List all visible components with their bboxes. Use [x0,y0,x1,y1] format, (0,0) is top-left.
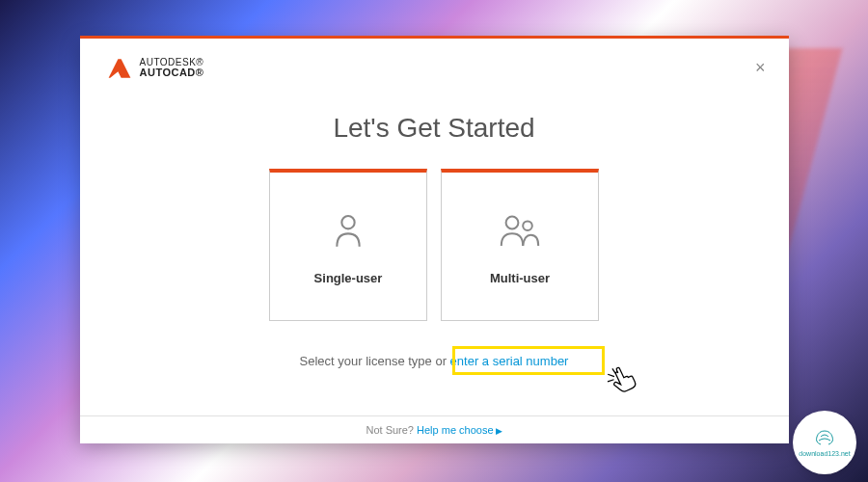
site-watermark: download123.net [793,411,856,474]
license-cards: Single-user Multi-user [269,169,599,321]
close-button[interactable]: × [751,54,770,82]
page-title: Let's Get Started [333,113,534,144]
svg-line-5 [611,368,614,374]
svg-point-2 [523,221,532,230]
license-prompt: Select your license type or enter a seri… [300,354,569,368]
chevron-right-icon: ▶ [496,426,502,436]
svg-point-1 [506,217,519,229]
svg-line-4 [608,379,614,383]
close-icon: × [755,58,766,77]
brand-text: AUTODESK® AUTOCAD® [140,58,204,78]
brand-container: AUTODESK® AUTOCAD® [107,56,204,81]
multi-user-icon [497,207,543,254]
single-user-label: Single-user [314,271,383,285]
autodesk-logo-icon [107,56,132,81]
help-choose-link[interactable]: Help me choose [417,424,494,436]
brand-line2: AUTOCAD® [140,67,204,78]
svg-line-3 [608,372,614,379]
single-user-card[interactable]: Single-user [269,169,427,321]
multi-user-label: Multi-user [490,271,550,285]
svg-point-0 [341,216,354,228]
prompt-prefix: Select your license type or [300,354,450,368]
enter-serial-link[interactable]: enter a serial number [450,354,569,368]
dialog-body: Let's Get Started Single-user [80,90,789,415]
dialog-footer: Not Sure? Help me choose▶ [80,415,789,443]
pointer-hand-icon [607,363,639,396]
multi-user-card[interactable]: Multi-user [441,169,599,321]
single-user-icon [325,207,371,254]
license-dialog: AUTODESK® AUTOCAD® × Let's Get Started S… [80,39,789,443]
site-badge-icon [813,429,836,448]
dialog-header: AUTODESK® AUTOCAD® × [80,39,789,90]
footer-prefix: Not Sure? [366,424,417,436]
site-badge-text: download123.net [799,450,850,457]
